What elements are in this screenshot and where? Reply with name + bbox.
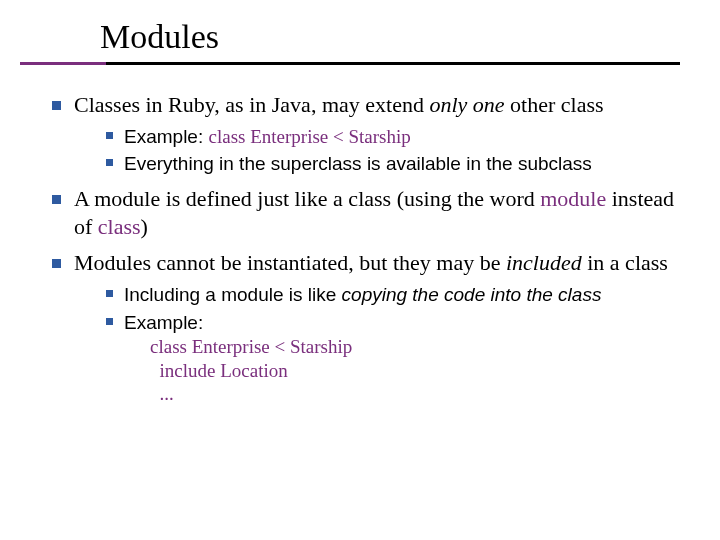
bullet-list: Classes in Ruby, as in Java, may extend …: [40, 91, 680, 406]
bullet-2-pre: A: [74, 186, 94, 211]
bullet-3-sub: Including a module is like copying the c…: [74, 283, 680, 406]
bullet-1-sub-2-text: Everything in the superclass is availabl…: [124, 153, 592, 174]
bullet-3-sub-1: Including a module is like copying the c…: [102, 283, 680, 307]
bullet-3-post: in a class: [582, 250, 668, 275]
bullet-1-sub-1-code: class Enterprise < Starship: [208, 126, 410, 147]
bullet-1-sub-2: Everything in the superclass is availabl…: [102, 152, 680, 176]
bullet-3-em: included: [506, 250, 582, 275]
code-line-2: include Location: [150, 360, 288, 381]
bullet-2-code-1: module: [540, 186, 606, 211]
bullet-3-sub-1-pre: Including a module is like: [124, 284, 342, 305]
bullet-1-text-pre: Classes in Ruby, as in Java, may extend: [74, 92, 429, 117]
title-area: Modules: [40, 18, 680, 56]
bullet-2-post: ): [141, 214, 148, 239]
bullet-3-sub-2: Example: class Enterprise < Starship inc…: [102, 311, 680, 407]
code-line-3: ...: [150, 383, 174, 404]
bullet-1-text-post: other class: [505, 92, 604, 117]
bullet-2: A module is defined just like a class (u…: [46, 185, 680, 241]
bullet-2-mid: is defined just like a class (using the …: [160, 186, 540, 211]
bullet-3-pre: Modules cannot be instantiated, but they…: [74, 250, 506, 275]
bullet-1-sub: Example: class Enterprise < Starship Eve…: [74, 125, 680, 177]
bullet-1-em: only one: [429, 92, 504, 117]
title-rule: [20, 62, 680, 65]
bullet-3: Modules cannot be instantiated, but they…: [46, 249, 680, 406]
bullet-1: Classes in Ruby, as in Java, may extend …: [46, 91, 680, 177]
bullet-1-sub-1-pre: Example:: [124, 126, 208, 147]
bullet-1-sub-1: Example: class Enterprise < Starship: [102, 125, 680, 149]
bullet-2-code-2: class: [98, 214, 141, 239]
bullet-3-sub-2-label: Example:: [124, 312, 203, 333]
code-line-1: class Enterprise < Starship: [150, 336, 352, 357]
page-title: Modules: [100, 18, 680, 56]
bullet-2-word: module: [94, 186, 160, 211]
slide: Modules Classes in Ruby, as in Java, may…: [0, 0, 720, 540]
bullet-3-sub-1-em: copying the code into the class: [342, 284, 602, 305]
code-block: class Enterprise < Starship include Loca…: [150, 335, 680, 406]
